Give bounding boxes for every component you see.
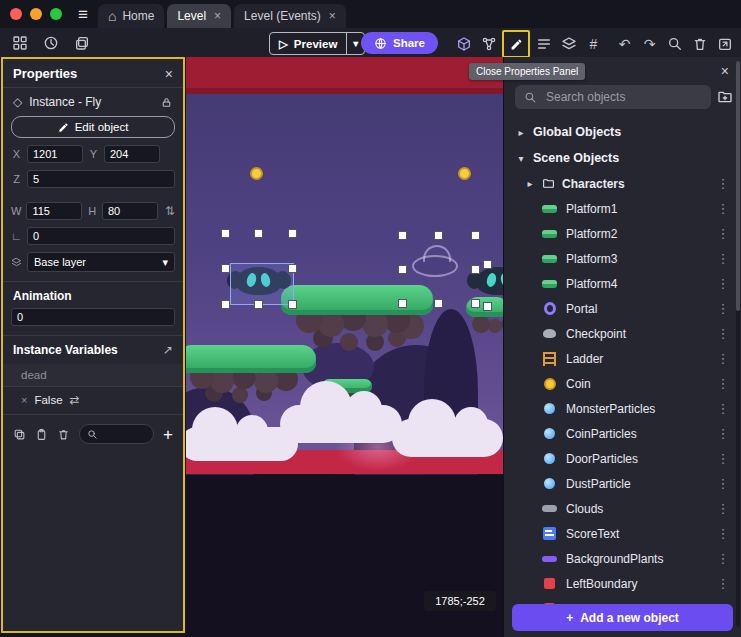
more-options-icon[interactable]: ⋮ — [716, 426, 730, 441]
animation-input[interactable] — [11, 308, 175, 326]
platform-sprite[interactable] — [186, 345, 316, 373]
scene-canvas[interactable]: 1785;-252 — [186, 57, 503, 637]
close-window-button[interactable] — [10, 8, 22, 20]
cloud-sprite[interactable] — [392, 419, 503, 457]
object-row[interactable]: Coin⋮ — [504, 371, 735, 396]
close-tab-icon[interactable]: × — [329, 9, 336, 23]
minimize-window-button[interactable] — [30, 8, 42, 20]
toggle-grid-button[interactable]: # — [582, 33, 605, 56]
instances-list-button[interactable] — [532, 33, 555, 56]
object-row[interactable]: Clouds⋮ — [504, 496, 735, 521]
close-properties-icon[interactable]: × — [165, 67, 173, 81]
selection-handle[interactable] — [255, 230, 262, 237]
selection-handle[interactable] — [289, 265, 296, 272]
edit-scene-button[interactable] — [713, 33, 736, 56]
selection-handle[interactable] — [222, 301, 229, 308]
selection-handle[interactable] — [484, 261, 491, 268]
selection-handle[interactable] — [435, 300, 442, 307]
fly-sprite[interactable] — [476, 267, 503, 295]
more-options-icon[interactable]: ⋮ — [716, 226, 730, 241]
coin-sprite[interactable] — [458, 167, 471, 180]
selection-handle[interactable] — [472, 232, 479, 239]
object-row[interactable]: Ladder⋮ — [504, 346, 735, 371]
angle-input[interactable] — [27, 227, 175, 245]
paste-button[interactable] — [35, 428, 48, 441]
selection-handle[interactable] — [484, 303, 491, 310]
selection-rectangle[interactable] — [230, 263, 294, 305]
redo-button[interactable]: ↷ — [638, 33, 661, 56]
object-row[interactable]: BackgroundPlants⋮ — [504, 546, 735, 571]
zoom-button[interactable] — [663, 33, 686, 56]
objects-panel-button[interactable] — [452, 33, 475, 56]
selection-handle[interactable] — [255, 301, 262, 308]
chevron-down-icon[interactable]: ▾ — [516, 153, 526, 164]
selection-handle[interactable] — [289, 230, 296, 237]
chevron-right-icon[interactable]: ▸ — [525, 178, 535, 189]
selection-handle[interactable] — [435, 232, 442, 239]
variables-search[interactable] — [79, 424, 154, 444]
selection-handle[interactable] — [289, 301, 296, 308]
object-groups-button[interactable] — [477, 33, 500, 56]
island-rocks[interactable] — [472, 315, 490, 333]
more-options-icon[interactable]: ⋮ — [716, 176, 730, 191]
more-options-icon[interactable]: ⋮ — [716, 326, 730, 341]
hamburger-menu-icon[interactable]: ≡ — [78, 6, 88, 23]
selection-handle[interactable] — [472, 300, 479, 307]
tab-level-events[interactable]: Level (Events) × — [234, 4, 346, 28]
close-objects-panel-icon[interactable]: × — [721, 63, 729, 79]
more-options-icon[interactable]: ⋮ — [716, 451, 730, 466]
selection-handle[interactable] — [222, 230, 229, 237]
more-options-icon[interactable]: ⋮ — [716, 301, 730, 316]
more-options-icon[interactable]: ⋮ — [716, 526, 730, 541]
height-input[interactable] — [102, 202, 158, 220]
object-row[interactable]: CoinParticles⋮ — [504, 421, 735, 446]
lock-icon[interactable] — [160, 96, 173, 109]
variables-search-input[interactable] — [102, 427, 146, 441]
y-input[interactable] — [104, 145, 160, 163]
platform-sprite[interactable] — [281, 285, 433, 315]
chevron-right-icon[interactable]: ▸ — [516, 127, 526, 138]
scenes-stack-button[interactable] — [70, 31, 93, 54]
objects-search-input[interactable] — [544, 89, 702, 105]
object-row[interactable]: LeftBoundary⋮ — [504, 571, 735, 596]
cloud-sprite[interactable] — [280, 405, 402, 443]
scrollbar-thumb[interactable] — [736, 61, 740, 311]
properties-panel-button[interactable] — [502, 30, 530, 58]
group-scene-objects[interactable]: ▾ Scene Objects — [504, 145, 735, 171]
more-options-icon[interactable]: ⋮ — [716, 376, 730, 391]
undo-button[interactable]: ↶ — [613, 33, 636, 56]
fly-sprite-outline[interactable] — [412, 255, 458, 277]
width-input[interactable] — [26, 202, 82, 220]
add-folder-button[interactable] — [717, 89, 733, 105]
tab-home[interactable]: ⌂ Home — [98, 4, 164, 28]
object-row[interactable]: Portal⋮ — [504, 296, 735, 321]
history-button[interactable] — [39, 31, 62, 54]
close-tab-icon[interactable]: × — [214, 9, 221, 23]
selection-handle[interactable] — [222, 265, 229, 272]
selection-handle[interactable] — [399, 232, 406, 239]
selection-handle[interactable] — [399, 266, 406, 273]
delete-button[interactable] — [688, 33, 711, 56]
add-new-object-button[interactable]: + Add a new object — [512, 604, 733, 631]
more-options-icon[interactable]: ⋮ — [716, 251, 730, 266]
more-options-icon[interactable]: ⋮ — [716, 501, 730, 516]
object-row[interactable]: MonsterParticles⋮ — [504, 396, 735, 421]
selection-handle[interactable] — [399, 300, 406, 307]
top-boundary-sprite[interactable] — [186, 57, 503, 94]
project-manager-button[interactable] — [8, 31, 31, 54]
copy-button[interactable] — [13, 428, 26, 441]
more-options-icon[interactable]: ⋮ — [716, 351, 730, 366]
object-row[interactable]: Platform4⋮ — [504, 271, 735, 296]
object-row[interactable]: DustParticle⋮ — [504, 471, 735, 496]
tab-level[interactable]: Level × — [167, 4, 231, 28]
x-input[interactable] — [27, 145, 83, 163]
object-row[interactable]: Platform3⋮ — [504, 246, 735, 271]
z-input[interactable] — [27, 170, 175, 188]
object-row[interactable]: Checkpoint⋮ — [504, 321, 735, 346]
object-row[interactable]: Platform2⋮ — [504, 221, 735, 246]
add-variable-button[interactable]: + — [163, 426, 173, 443]
scrollbar[interactable] — [736, 61, 740, 627]
objects-search[interactable] — [515, 85, 711, 109]
selection-handle[interactable] — [472, 266, 479, 273]
object-row[interactable]: ScoreText⋮ — [504, 521, 735, 546]
